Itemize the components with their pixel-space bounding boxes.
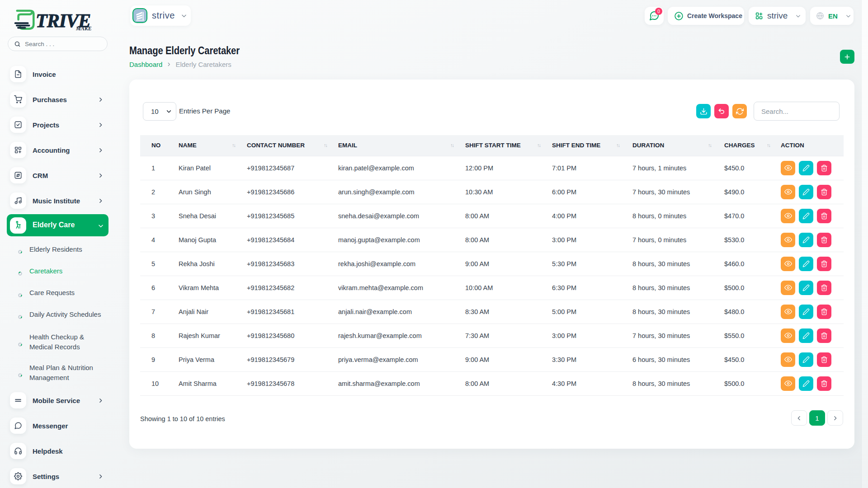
svg-text:MAKE: MAKE xyxy=(75,25,92,32)
